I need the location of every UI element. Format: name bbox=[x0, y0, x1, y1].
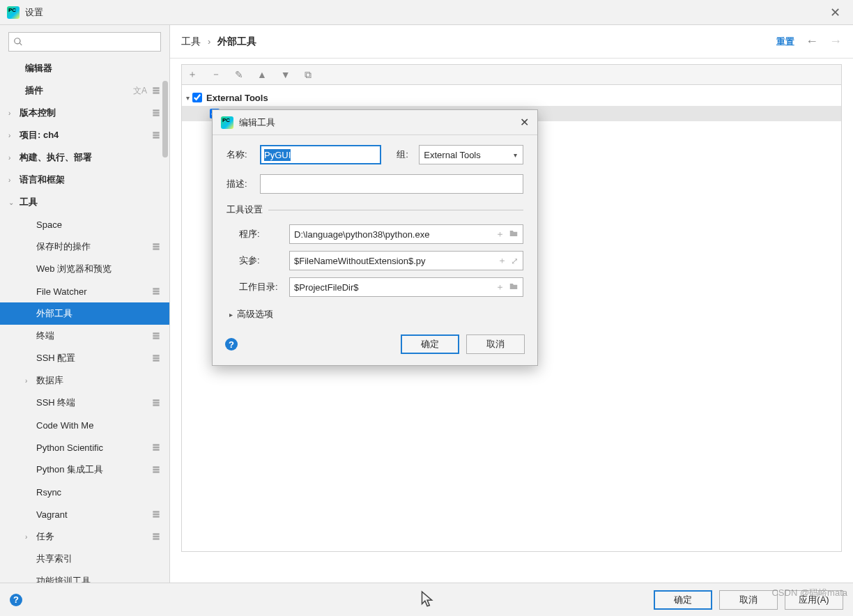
chevron-icon: › bbox=[8, 154, 15, 162]
sidebar-item[interactable]: 保存时的操作 bbox=[0, 236, 169, 258]
language-icon: 文A bbox=[133, 85, 147, 97]
settings-tree[interactable]: 编辑器插件文A›版本控制›项目: ch4›构建、执行、部署›语言和框架⌄工具Sp… bbox=[0, 56, 169, 583]
tools-toolbar: ＋ － ✎ ▲ ▼ ⧉ bbox=[181, 64, 842, 85]
sidebar-item-label: Space bbox=[36, 220, 161, 230]
copy-button[interactable]: ⧉ bbox=[305, 69, 312, 81]
sidebar-item[interactable]: ›项目: ch4 bbox=[0, 124, 169, 146]
help-button[interactable]: ? bbox=[10, 594, 22, 606]
program-input[interactable]: D:\language\python38\python.exe ＋ bbox=[289, 224, 523, 244]
sidebar-item[interactable]: 外部工具 bbox=[0, 302, 169, 325]
sidebar-item[interactable]: ›版本控制 bbox=[0, 102, 169, 124]
group-name: External Tools bbox=[206, 93, 268, 103]
dialog-ok-button[interactable]: 确定 bbox=[401, 334, 459, 354]
insert-macro-icon[interactable]: ＋ bbox=[498, 254, 507, 267]
breadcrumb-root[interactable]: 工具 bbox=[181, 36, 201, 48]
sidebar-item-label: Python 集成工具 bbox=[36, 463, 151, 476]
chevron-down-icon[interactable]: ▾ bbox=[186, 94, 190, 102]
pycharm-icon bbox=[221, 116, 233, 129]
settings-cancel-button[interactable]: 取消 bbox=[719, 590, 778, 610]
sidebar-item[interactable]: Rsync bbox=[0, 481, 169, 503]
sidebar-item-label: 保存时的操作 bbox=[36, 240, 151, 253]
sidebar-item[interactable]: Python 集成工具 bbox=[0, 459, 169, 481]
insert-macro-icon[interactable]: ＋ bbox=[495, 281, 505, 293]
sidebar-item-label: File Watcher bbox=[36, 286, 151, 297]
chevron-icon: › bbox=[8, 109, 15, 117]
sidebar-item[interactable]: ›数据库 bbox=[0, 369, 169, 392]
sidebar-item-label: Web 浏览器和预览 bbox=[36, 263, 161, 275]
sidebar-scrollbar[interactable] bbox=[162, 81, 168, 157]
remove-button[interactable]: － bbox=[211, 68, 221, 81]
config-scope-icon bbox=[151, 130, 161, 141]
args-label: 实参: bbox=[226, 254, 289, 267]
group-value: External Tools bbox=[424, 150, 480, 160]
dialog-title: 编辑工具 bbox=[239, 116, 275, 129]
sidebar-item[interactable]: Code With Me bbox=[0, 414, 169, 436]
sidebar-item-label: Python Scientific bbox=[36, 442, 151, 453]
chevron-icon: › bbox=[8, 176, 15, 184]
group-checkbox[interactable] bbox=[192, 93, 202, 102]
reset-link[interactable]: 重置 bbox=[776, 36, 794, 48]
sidebar-item[interactable]: SSH 终端 bbox=[0, 392, 169, 414]
add-button[interactable]: ＋ bbox=[187, 68, 197, 81]
nav-back-icon[interactable]: ← bbox=[806, 34, 818, 49]
sidebar-item[interactable]: Web 浏览器和预览 bbox=[0, 258, 169, 280]
group-label: 组: bbox=[397, 148, 413, 161]
sidebar-item[interactable]: Python Scientific bbox=[0, 436, 169, 459]
sidebar-item-label: 编辑器 bbox=[25, 62, 161, 75]
chevron-down-icon: ▾ bbox=[514, 151, 517, 159]
cancel-label: 取消 bbox=[739, 594, 758, 606]
config-scope-icon bbox=[151, 331, 161, 341]
args-value: $FileNameWithoutExtension$.py bbox=[294, 256, 493, 266]
search-input[interactable] bbox=[26, 37, 156, 47]
name-input[interactable]: PyGUI bbox=[260, 145, 381, 164]
watermark: CSDN @码峪mata bbox=[771, 587, 847, 599]
sidebar-item[interactable]: ›构建、执行、部署 bbox=[0, 146, 169, 169]
sidebar-item[interactable]: Space bbox=[0, 213, 169, 236]
settings-ok-button[interactable]: 确定 bbox=[654, 590, 712, 610]
config-scope-icon bbox=[151, 108, 161, 118]
dialog-cancel-button[interactable]: 取消 bbox=[466, 334, 525, 354]
args-input[interactable]: $FileNameWithoutExtension$.py ＋ ⤢ bbox=[289, 251, 523, 270]
sidebar-item[interactable]: Vagrant bbox=[0, 503, 169, 525]
browse-folder-icon[interactable] bbox=[509, 229, 518, 240]
group-combo[interactable]: External Tools ▾ bbox=[419, 145, 523, 164]
sidebar-item[interactable]: 编辑器 bbox=[0, 57, 169, 79]
sidebar-item[interactable]: File Watcher bbox=[0, 280, 169, 302]
move-down-button[interactable]: ▼ bbox=[281, 69, 291, 80]
sidebar-item[interactable]: 插件文A bbox=[0, 79, 169, 102]
title-bar: 设置 ✕ bbox=[0, 0, 853, 25]
sidebar-item[interactable]: ›语言和框架 bbox=[0, 169, 169, 191]
workdir-label: 工作目录: bbox=[226, 281, 289, 293]
browse-folder-icon[interactable] bbox=[509, 282, 518, 293]
config-scope-icon bbox=[151, 509, 161, 520]
sidebar-item[interactable]: SSH 配置 bbox=[0, 347, 169, 369]
nav-forward-icon: → bbox=[829, 34, 842, 49]
sidebar-item[interactable]: ⌄工具 bbox=[0, 191, 169, 213]
sidebar-item[interactable]: 功能培训工具 bbox=[0, 570, 169, 583]
sidebar-item-label: 数据库 bbox=[36, 374, 161, 387]
sidebar-item[interactable]: 终端 bbox=[0, 325, 169, 347]
tool-group-row[interactable]: ▾ External Tools bbox=[182, 89, 841, 106]
edit-tool-dialog: 编辑工具 ✕ 名称: PyGUI 组: External Tools ▾ 描述:… bbox=[212, 109, 538, 366]
edit-button[interactable]: ✎ bbox=[235, 69, 243, 80]
config-scope-icon bbox=[151, 465, 161, 475]
search-box[interactable] bbox=[8, 32, 161, 52]
name-label: 名称: bbox=[226, 148, 254, 161]
pycharm-icon bbox=[7, 6, 20, 19]
expand-icon[interactable]: ⤢ bbox=[511, 256, 518, 266]
window-title: 设置 bbox=[25, 6, 43, 19]
sidebar-item-label: 插件 bbox=[25, 84, 133, 97]
insert-macro-icon[interactable]: ＋ bbox=[495, 228, 505, 240]
move-up-button[interactable]: ▲ bbox=[257, 69, 267, 80]
sidebar-item[interactable]: 共享索引 bbox=[0, 548, 169, 570]
description-input[interactable] bbox=[260, 174, 523, 194]
dialog-close-button[interactable]: ✕ bbox=[520, 116, 529, 129]
chevron-right-icon: ▸ bbox=[229, 311, 233, 318]
advanced-toggle[interactable]: ▸ 高级选项 bbox=[226, 304, 523, 329]
dialog-help-button[interactable]: ? bbox=[225, 338, 238, 351]
sidebar-item[interactable]: ›任务 bbox=[0, 525, 169, 548]
program-label: 程序: bbox=[226, 228, 289, 240]
window-close-button[interactable]: ✕ bbox=[824, 3, 846, 22]
settings-sidebar: 编辑器插件文A›版本控制›项目: ch4›构建、执行、部署›语言和框架⌄工具Sp… bbox=[0, 25, 170, 583]
workdir-input[interactable]: $ProjectFileDir$ ＋ bbox=[289, 277, 523, 297]
